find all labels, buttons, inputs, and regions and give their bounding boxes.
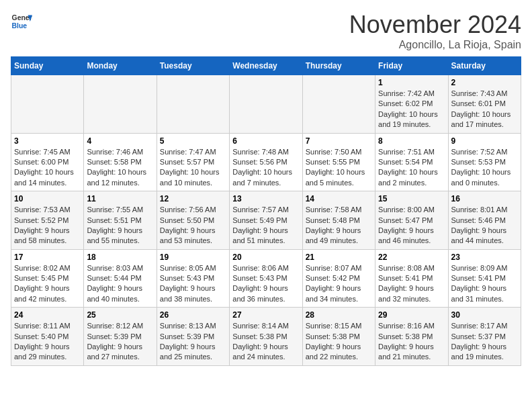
day-info-line: Sunrise: 7:42 AM [378, 89, 445, 99]
day-number: 27 [232, 310, 299, 320]
day-info-line: Sunrise: 7:57 AM [232, 205, 299, 215]
day-info-line: Sunrise: 7:46 AM [87, 147, 153, 157]
day-info-line: Sunset: 5:38 PM [378, 332, 445, 342]
svg-text:Blue: Blue [12, 22, 28, 30]
day-info: Sunrise: 7:55 AMSunset: 5:51 PMDaylight:… [87, 205, 153, 246]
day-info-line: Sunset: 5:42 PM [306, 273, 372, 283]
calendar-cell: 24Sunrise: 8:11 AMSunset: 5:40 PMDayligh… [11, 308, 84, 366]
day-info-line: Daylight: 10 hours and 17 minutes. [451, 109, 518, 130]
day-info-line: Daylight: 10 hours and 19 minutes. [378, 109, 445, 130]
day-info-line: Sunrise: 7:53 AM [14, 205, 81, 215]
day-info: Sunrise: 7:52 AMSunset: 5:53 PMDaylight:… [451, 147, 518, 189]
day-info-line: Daylight: 10 hours and 2 minutes. [378, 167, 445, 188]
day-info: Sunrise: 7:47 AMSunset: 5:57 PMDaylight:… [160, 147, 226, 189]
day-number: 7 [306, 136, 372, 146]
day-info-line: Sunrise: 8:14 AM [232, 321, 299, 331]
calendar-week-row: 24Sunrise: 8:11 AMSunset: 5:40 PMDayligh… [11, 308, 521, 366]
logo: General Blue [11, 11, 32, 32]
day-info-line: Sunrise: 7:50 AM [306, 147, 372, 157]
day-info-line: Sunrise: 8:09 AM [451, 263, 518, 273]
day-info-line: Daylight: 9 hours and 27 minutes. [87, 342, 153, 363]
day-info: Sunrise: 8:06 AMSunset: 5:43 PMDaylight:… [232, 263, 299, 305]
weekday-header: Sunday [11, 57, 84, 75]
day-info-line: Sunset: 5:51 PM [87, 216, 153, 226]
day-info-line: Sunset: 5:54 PM [378, 157, 445, 167]
day-number: 29 [378, 310, 445, 320]
calendar-cell [230, 75, 302, 134]
day-info: Sunrise: 7:58 AMSunset: 5:48 PMDaylight:… [306, 205, 372, 246]
day-info: Sunrise: 8:16 AMSunset: 5:38 PMDaylight:… [378, 321, 445, 363]
day-info-line: Sunset: 5:37 PM [451, 332, 518, 342]
day-info-line: Sunset: 5:44 PM [87, 273, 153, 283]
calendar-week-row: 1Sunrise: 7:42 AMSunset: 6:02 PMDaylight… [11, 75, 521, 134]
calendar-table: SundayMondayTuesdayWednesdayThursdayFrid… [11, 56, 521, 366]
day-info-line: Sunrise: 7:55 AM [87, 205, 153, 215]
weekday-header: Friday [375, 57, 448, 75]
calendar-cell: 8Sunrise: 7:51 AMSunset: 5:54 PMDaylight… [375, 133, 448, 191]
day-info-line: Daylight: 10 hours and 14 minutes. [14, 167, 81, 188]
day-info-line: Daylight: 9 hours and 24 minutes. [232, 342, 299, 363]
day-info-line: Sunrise: 8:06 AM [232, 263, 299, 273]
calendar-cell: 11Sunrise: 7:55 AMSunset: 5:51 PMDayligh… [84, 191, 157, 250]
day-info-line: Sunrise: 7:51 AM [378, 147, 445, 157]
day-info-line: Sunrise: 8:11 AM [14, 321, 81, 331]
weekday-header: Wednesday [230, 57, 302, 75]
day-info: Sunrise: 8:13 AMSunset: 5:39 PMDaylight:… [160, 321, 226, 363]
calendar-cell: 21Sunrise: 8:07 AMSunset: 5:42 PMDayligh… [302, 249, 375, 308]
day-number: 10 [14, 194, 81, 203]
day-number: 20 [232, 253, 299, 262]
day-info-line: Sunset: 5:41 PM [451, 273, 518, 283]
day-info-line: Daylight: 9 hours and 32 minutes. [378, 283, 445, 304]
day-info-line: Sunset: 5:50 PM [160, 216, 226, 226]
day-info-line: Sunset: 5:56 PM [232, 157, 299, 167]
day-info-line: Sunset: 5:48 PM [306, 216, 372, 226]
day-info-line: Sunset: 5:47 PM [378, 216, 445, 226]
calendar-cell: 27Sunrise: 8:14 AMSunset: 5:38 PMDayligh… [230, 308, 302, 366]
day-info: Sunrise: 7:53 AMSunset: 5:52 PMDaylight:… [14, 205, 81, 246]
day-info: Sunrise: 8:00 AMSunset: 5:47 PMDaylight:… [378, 205, 445, 246]
day-info: Sunrise: 7:42 AMSunset: 6:02 PMDaylight:… [378, 89, 445, 130]
day-info-line: Daylight: 9 hours and 55 minutes. [87, 226, 153, 246]
day-info: Sunrise: 8:08 AMSunset: 5:41 PMDaylight:… [378, 263, 445, 305]
day-number: 5 [160, 136, 226, 146]
day-info-line: Sunrise: 8:00 AM [378, 205, 445, 215]
calendar-cell [157, 75, 229, 134]
day-info: Sunrise: 8:17 AMSunset: 5:37 PMDaylight:… [451, 321, 518, 363]
day-info-line: Daylight: 9 hours and 34 minutes. [306, 283, 372, 304]
day-info-line: Sunrise: 8:02 AM [14, 263, 81, 273]
day-info-line: Sunrise: 8:17 AM [451, 321, 518, 331]
day-number: 28 [306, 310, 372, 320]
header-row: SundayMondayTuesdayWednesdayThursdayFrid… [11, 57, 521, 75]
calendar-header: SundayMondayTuesdayWednesdayThursdayFrid… [11, 57, 521, 75]
calendar-cell: 30Sunrise: 8:17 AMSunset: 5:37 PMDayligh… [448, 308, 521, 366]
day-info: Sunrise: 8:07 AMSunset: 5:42 PMDaylight:… [306, 263, 372, 305]
day-number: 17 [14, 253, 81, 262]
calendar-week-row: 17Sunrise: 8:02 AMSunset: 5:45 PMDayligh… [11, 249, 521, 308]
day-info-line: Daylight: 9 hours and 42 minutes. [14, 283, 81, 304]
calendar-cell: 15Sunrise: 8:00 AMSunset: 5:47 PMDayligh… [375, 191, 448, 250]
day-info-line: Daylight: 10 hours and 5 minutes. [306, 167, 372, 188]
day-number: 2 [451, 78, 518, 87]
calendar-week-row: 10Sunrise: 7:53 AMSunset: 5:52 PMDayligh… [11, 191, 521, 250]
day-info-line: Daylight: 9 hours and 25 minutes. [160, 342, 226, 363]
calendar-cell: 9Sunrise: 7:52 AMSunset: 5:53 PMDaylight… [448, 133, 521, 191]
calendar-cell: 20Sunrise: 8:06 AMSunset: 5:43 PMDayligh… [230, 249, 302, 308]
day-number: 4 [87, 136, 153, 146]
day-info-line: Sunset: 5:46 PM [451, 216, 518, 226]
day-number: 22 [378, 253, 445, 262]
day-info-line: Sunset: 5:57 PM [160, 157, 226, 167]
calendar-cell [84, 75, 157, 134]
day-info-line: Sunset: 5:52 PM [14, 216, 81, 226]
calendar-cell [11, 75, 84, 134]
calendar-cell: 10Sunrise: 7:53 AMSunset: 5:52 PMDayligh… [11, 191, 84, 250]
day-number: 12 [160, 194, 226, 203]
day-info-line: Sunset: 5:40 PM [14, 332, 81, 342]
calendar-cell: 22Sunrise: 8:08 AMSunset: 5:41 PMDayligh… [375, 249, 448, 308]
day-info-line: Sunrise: 7:43 AM [451, 89, 518, 99]
day-info-line: Sunrise: 8:12 AM [87, 321, 153, 331]
calendar-week-row: 3Sunrise: 7:45 AMSunset: 6:00 PMDaylight… [11, 133, 521, 191]
day-number: 3 [14, 136, 81, 146]
day-info-line: Sunrise: 8:13 AM [160, 321, 226, 331]
day-info-line: Daylight: 9 hours and 38 minutes. [160, 283, 226, 304]
calendar-cell: 29Sunrise: 8:16 AMSunset: 5:38 PMDayligh… [375, 308, 448, 366]
